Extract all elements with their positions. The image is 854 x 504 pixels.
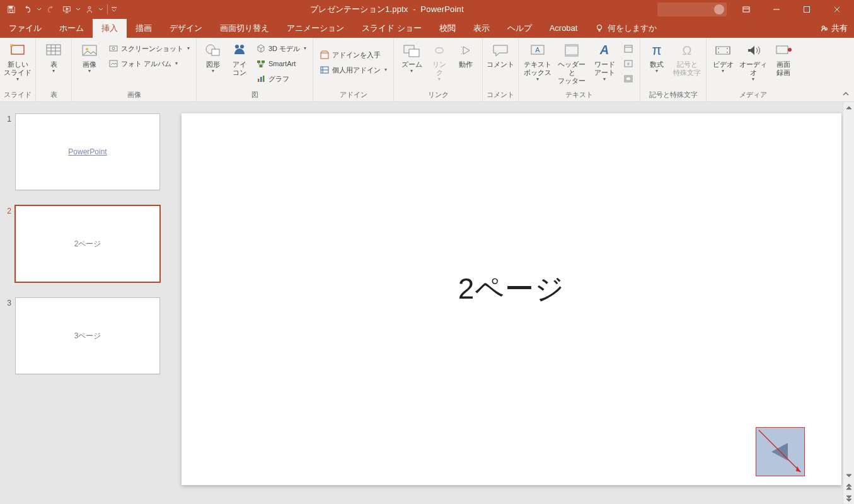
- chart-icon: [256, 74, 266, 84]
- save-icon[interactable]: [4, 2, 19, 17]
- tell-me-label: 何をしますか: [608, 23, 657, 34]
- tab-slideshow[interactable]: スライド ショー: [353, 19, 430, 38]
- share-label: 共有: [831, 23, 848, 34]
- tab-help[interactable]: ヘルプ: [499, 19, 541, 38]
- pictures-button[interactable]: 画像 ▾: [76, 40, 103, 74]
- minimize-button[interactable]: [762, 0, 791, 19]
- icons-button[interactable]: アイ コン: [228, 40, 251, 77]
- smartart-icon: [256, 59, 266, 69]
- svg-rect-5: [804, 7, 810, 13]
- my-addins-button[interactable]: 個人用アドイン▾: [317, 63, 389, 77]
- maximize-button[interactable]: [792, 0, 821, 19]
- tab-animations[interactable]: アニメーション: [278, 19, 353, 38]
- slide-number-button[interactable]: #: [621, 57, 636, 71]
- link-button: リン ク ▾: [428, 40, 451, 82]
- svg-point-6: [597, 25, 602, 30]
- tab-view[interactable]: 表示: [465, 19, 499, 38]
- number-icon: #: [623, 59, 633, 69]
- header-footer-button[interactable]: ヘッダーと フッター: [555, 40, 588, 85]
- tab-insert[interactable]: 挿入: [93, 19, 127, 38]
- qat-customize-dropdown[interactable]: [112, 2, 117, 17]
- tab-acrobat[interactable]: Acrobat: [541, 19, 587, 38]
- account-area[interactable]: [657, 3, 727, 16]
- collapse-ribbon-icon[interactable]: [841, 90, 850, 99]
- textbox-button[interactable]: A テキスト ボックス ▾: [522, 40, 553, 82]
- tell-me-search[interactable]: 何をしますか: [595, 19, 657, 38]
- svg-rect-1: [9, 10, 13, 13]
- tab-transitions[interactable]: 画面切り替え: [211, 19, 278, 38]
- slide-canvas[interactable]: 2ページ: [182, 113, 841, 485]
- audio-button[interactable]: オーディオ ▾: [738, 40, 768, 82]
- slideshow-dropdown[interactable]: [76, 2, 81, 17]
- svg-point-19: [240, 45, 244, 49]
- smartart-button[interactable]: SmartArt: [253, 57, 309, 71]
- action-button-shape[interactable]: [756, 427, 805, 476]
- tab-review[interactable]: 校閲: [430, 19, 465, 38]
- next-slide-icon[interactable]: [843, 493, 854, 504]
- close-button[interactable]: [822, 0, 851, 19]
- screenshot-button[interactable]: スクリーンショット▾: [106, 42, 192, 55]
- thumb-number: 1: [5, 113, 15, 190]
- tab-home[interactable]: ホーム: [50, 19, 93, 38]
- pictures-icon: [79, 42, 100, 59]
- vertical-scrollbar[interactable]: [843, 102, 854, 504]
- 3d-models-button[interactable]: 3D モデル▾: [253, 42, 309, 55]
- slide-title-text: 2ページ: [182, 270, 841, 309]
- slideshow-from-start-icon[interactable]: [59, 2, 74, 17]
- symbol-button: Ω 記号と 特殊文字: [672, 40, 702, 77]
- ribbon-display-options-icon[interactable]: [732, 0, 761, 19]
- scroll-down-icon[interactable]: [843, 470, 854, 481]
- touch-dropdown[interactable]: [98, 2, 103, 17]
- group-label-illustrations: 図: [197, 89, 313, 101]
- svg-rect-33: [565, 45, 578, 47]
- equation-button[interactable]: π 数式 ▾: [644, 40, 669, 74]
- table-button[interactable]: 表 ▾: [40, 40, 67, 74]
- chart-button[interactable]: グラフ: [253, 72, 309, 86]
- equation-icon: π: [647, 42, 667, 59]
- new-slide-button[interactable]: 新しい スライド ▾: [4, 40, 32, 82]
- svg-rect-26: [321, 53, 328, 59]
- svg-rect-10: [47, 45, 61, 55]
- zoom-button[interactable]: ズーム ▾: [398, 40, 425, 74]
- screenshot-icon: [108, 43, 118, 54]
- svg-rect-43: [716, 47, 730, 54]
- tab-design[interactable]: デザイン: [161, 19, 211, 38]
- tab-draw[interactable]: 描画: [127, 19, 161, 38]
- touch-mode-icon[interactable]: [82, 2, 97, 17]
- prev-slide-icon[interactable]: [843, 481, 854, 493]
- thumb-content: 3ページ: [74, 331, 101, 341]
- get-addins-button[interactable]: アドインを入手: [317, 48, 389, 62]
- svg-text:Ω: Ω: [683, 43, 692, 57]
- shapes-button[interactable]: 図形 ▾: [200, 40, 226, 74]
- video-icon: [713, 42, 733, 59]
- svg-point-45: [718, 52, 719, 53]
- screen-recording-button[interactable]: 画面 録画: [771, 40, 796, 77]
- group-label-slides: スライド: [0, 89, 35, 101]
- date-time-button[interactable]: [621, 42, 636, 55]
- thumb-number: 3: [5, 297, 15, 374]
- undo-dropdown[interactable]: [37, 2, 42, 17]
- share-button[interactable]: 共有: [820, 19, 848, 38]
- tab-file[interactable]: ファイル: [0, 19, 50, 38]
- object-icon: [623, 74, 633, 84]
- action-button[interactable]: 動作: [453, 40, 478, 69]
- addins-icon: [320, 65, 330, 75]
- slide-thumbnails-pane[interactable]: 1 PowerPoint 2 2ページ 3 3ページ: [0, 102, 166, 504]
- wordart-button[interactable]: A ワード アート ▾: [591, 40, 618, 82]
- slide-thumbnail-1[interactable]: PowerPoint: [15, 113, 160, 190]
- zoom-icon: [401, 42, 422, 59]
- photo-album-button[interactable]: フォト アルバム▾: [106, 57, 192, 71]
- svg-text:A: A: [599, 43, 609, 57]
- comment-button[interactable]: コメント: [487, 40, 514, 69]
- slide-thumbnail-3[interactable]: 3ページ: [15, 297, 160, 374]
- object-button[interactable]: [621, 72, 636, 86]
- window-title: プレゼンテーション1.pptx - PowerPoint: [117, 4, 657, 15]
- store-icon: [320, 50, 330, 60]
- scroll-up-icon[interactable]: [843, 102, 854, 113]
- icons-icon: [229, 42, 250, 59]
- slide-thumbnail-2[interactable]: 2ページ: [15, 205, 160, 282]
- appname: PowerPoint: [420, 4, 463, 14]
- video-button[interactable]: ビデオ ▾: [710, 40, 736, 74]
- undo-icon[interactable]: [20, 2, 35, 17]
- shapes-icon: [203, 42, 223, 59]
